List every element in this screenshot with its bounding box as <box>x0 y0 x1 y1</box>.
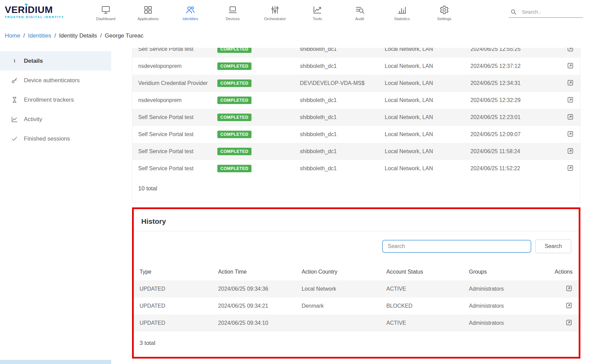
nav-item-label: Dashboard <box>96 17 115 21</box>
breadcrumb-separator: / <box>54 32 56 39</box>
history-row: UPDATED2024/06/25 09:34:36Local NetworkA… <box>134 280 579 297</box>
content-area: iDetailsDevice authenticatorsEnrollment … <box>0 48 592 364</box>
session-status: COMPLETED <box>217 165 300 172</box>
goto-icon[interactable] <box>565 319 573 326</box>
main-panel: Self Service Portal testCOMPLETEDshibbol… <box>111 48 592 364</box>
history-action-country: Denmark <box>302 303 386 309</box>
audit-icon <box>355 5 365 15</box>
session-status: COMPLETED <box>217 48 300 53</box>
session-server: DEV\DEVELOP-VDA-MS$ <box>300 80 385 86</box>
nav-item-identities[interactable]: Identities <box>169 3 212 21</box>
history-row: UPDATED2024/06/25 09:34:10ACTIVEAdminist… <box>134 315 579 332</box>
history-column-action-country: Action Country <box>302 269 386 275</box>
sidebar-item-enrollment-trackers[interactable]: Enrollment trackers <box>0 90 111 110</box>
history-title: History <box>134 209 579 231</box>
sidebar-item-details[interactable]: iDetails <box>0 51 111 71</box>
session-time: 2024/06/25 11:58:24 <box>471 148 564 155</box>
session-row: Self Service Portal testCOMPLETEDshibbol… <box>132 109 580 126</box>
goto-icon[interactable] <box>565 302 573 309</box>
session-time: 2024/06/25 12:32:29 <box>471 97 564 103</box>
global-search <box>509 6 583 18</box>
session-server: shibboleth_dc1 <box>300 131 385 137</box>
sidebar: iDetailsDevice authenticatorsEnrollment … <box>0 48 111 364</box>
session-status: COMPLETED <box>217 97 300 104</box>
nav-item-dashboard[interactable]: Dashboard <box>85 3 127 21</box>
breadcrumb-item-identity-details: Identity Details <box>59 32 97 39</box>
goto-icon[interactable] <box>567 48 574 52</box>
nav-item-label: Tools <box>313 17 322 21</box>
sidebar-item-label: Enrollment trackers <box>24 97 74 103</box>
history-groups: Administrators <box>469 286 552 292</box>
horizontal-scrollbar[interactable] <box>0 360 111 364</box>
goto-icon[interactable] <box>567 113 574 120</box>
settings-icon <box>439 5 449 15</box>
search-icon <box>510 9 517 15</box>
history-action-time: 2024/06/25 09:34:21 <box>218 303 302 309</box>
veridium-logo[interactable]: VERIDIUM TRUSTED DIGITAL IDENTITY <box>5 5 75 19</box>
key-icon <box>11 77 18 84</box>
session-row: Self Service Portal testCOMPLETEDshibbol… <box>132 143 580 160</box>
nav-item-devices[interactable]: Devices <box>212 3 254 21</box>
sidebar-item-device-authenticators[interactable]: Device authenticators <box>0 71 111 90</box>
history-column-groups: Groups <box>469 269 552 275</box>
sidebar-item-activity[interactable]: Activity <box>0 110 111 129</box>
history-search-button[interactable]: Search <box>535 239 571 253</box>
dashboard-icon <box>101 5 111 15</box>
goto-icon[interactable] <box>565 285 573 292</box>
check-icon <box>11 135 18 142</box>
logo-triangle-icon <box>25 4 28 6</box>
session-network: Local Network, LAN <box>385 131 471 137</box>
activity-icon <box>11 116 18 123</box>
history-type: UPDATED <box>140 286 218 292</box>
session-server: shibboleth_dc1 <box>300 48 385 52</box>
session-row: nsdeveloponpremCOMPLETEDshibboleth_dc1Lo… <box>132 58 580 75</box>
history-table-header: TypeAction TimeAction CountryAccount Sta… <box>134 263 579 280</box>
status-badge: COMPLETED <box>217 79 251 87</box>
nav-item-tools[interactable]: Tools <box>296 3 338 21</box>
session-server: shibboleth_dc1 <box>300 97 385 103</box>
session-network: Local Network, LAN <box>385 63 471 69</box>
session-server: shibboleth_dc1 <box>300 165 385 172</box>
history-search-input[interactable] <box>382 240 531 253</box>
session-status: COMPLETED <box>217 62 300 70</box>
session-network: Local Network, LAN <box>385 48 471 52</box>
goto-icon[interactable] <box>567 62 574 69</box>
history-column-actions: Actions <box>555 269 579 275</box>
breadcrumb-item-george-tureac: George Tureac <box>105 32 143 39</box>
breadcrumb-item-home[interactable]: Home <box>5 32 20 39</box>
history-column-action-time: Action Time <box>218 269 302 275</box>
goto-icon[interactable] <box>567 164 574 172</box>
nav-item-label: Devices <box>226 17 240 21</box>
sidebar-item-finished-sessions[interactable]: Finished sessions <box>0 129 111 148</box>
status-badge: COMPLETED <box>217 48 251 53</box>
status-badge: COMPLETED <box>217 165 251 172</box>
nav-item-statistics[interactable]: Statistics <box>381 3 423 21</box>
session-server: shibboleth_dc1 <box>300 148 385 155</box>
breadcrumb-item-identities[interactable]: Identities <box>28 32 51 39</box>
tools-icon <box>312 5 322 15</box>
goto-icon[interactable] <box>567 79 574 86</box>
history-table: UPDATED2024/06/25 09:34:36Local NetworkA… <box>134 280 579 332</box>
breadcrumb-separator: / <box>23 32 25 39</box>
nav-item-audit[interactable]: Audit <box>338 3 381 21</box>
global-search-input[interactable] <box>521 9 582 15</box>
status-badge: COMPLETED <box>217 131 251 138</box>
session-app: Self Service Portal test <box>138 48 217 52</box>
brand-name: VERIDIUM <box>5 5 75 15</box>
session-app: Veridium Credential Provider <box>138 80 217 86</box>
history-account-status: ACTIVE <box>386 320 469 326</box>
nav-item-settings[interactable]: Settings <box>423 3 465 21</box>
goto-icon[interactable] <box>567 147 574 155</box>
status-badge: COMPLETED <box>217 97 251 104</box>
history-column-account-status: Account Status <box>386 269 469 275</box>
session-row: Self Service Portal testCOMPLETEDshibbol… <box>132 126 580 143</box>
nav-item-orchestrator[interactable]: Orchestrator <box>254 3 296 21</box>
goto-icon[interactable] <box>567 96 574 103</box>
nav-item-label: Settings <box>437 17 451 21</box>
top-nav: VERIDIUM TRUSTED DIGITAL IDENTITY Dashbo… <box>0 0 592 24</box>
session-row: Self Service Portal testCOMPLETEDshibbol… <box>132 160 580 177</box>
session-time: 2024/06/25 12:37:12 <box>471 63 564 69</box>
nav-item-applications[interactable]: Applications <box>127 3 169 21</box>
goto-icon[interactable] <box>567 130 574 137</box>
session-network: Local Network, LAN <box>385 80 471 86</box>
